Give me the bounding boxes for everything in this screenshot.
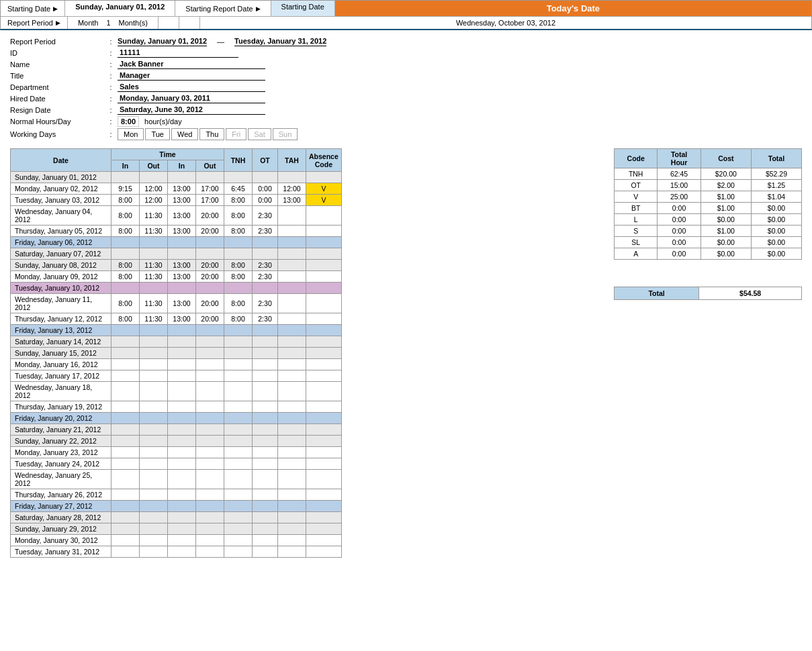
starting-report-date-cell: Starting Report Date ▶	[175, 1, 271, 16]
table-row: V	[306, 183, 342, 195]
table-row	[111, 348, 140, 359]
table-row	[306, 523, 342, 535]
table-row	[224, 546, 253, 558]
table-row	[306, 206, 342, 226]
table-row	[196, 546, 224, 558]
table-row	[196, 401, 224, 413]
table-row	[306, 248, 342, 260]
table-row: 11:30	[140, 313, 168, 325]
report-period-label-cell: Report Period ▶	[1, 17, 68, 29]
table-row: Friday, January 13, 2012	[11, 325, 111, 336]
summary-cost: $1.00	[701, 226, 751, 237]
table-row	[278, 370, 306, 382]
report-period-row: Report Period : Sunday, January 01, 2012…	[10, 37, 802, 46]
th-out1: Out	[140, 160, 168, 172]
table-row	[111, 470, 140, 489]
th-cost: Cost	[701, 149, 751, 168]
table-row: 17:00	[196, 195, 224, 206]
table-row	[306, 413, 342, 424]
table-row	[224, 348, 253, 359]
table-row	[278, 237, 306, 248]
table-row: Saturday, January 28, 2012	[11, 512, 111, 523]
table-row	[168, 336, 196, 348]
table-row	[196, 348, 224, 359]
table-row	[111, 458, 140, 470]
table-row	[306, 512, 342, 523]
summary-hour: 0:00	[658, 203, 701, 214]
table-row	[140, 283, 168, 294]
table-row	[196, 359, 224, 370]
table-row: Wednesday, January 04, 2012	[11, 206, 111, 226]
table-row	[306, 260, 342, 271]
table-row	[140, 470, 168, 489]
table-row	[224, 447, 253, 458]
table-row: 8:00	[224, 226, 253, 237]
table-row: 8:00	[111, 206, 140, 226]
table-row: Sunday, January 29, 2012	[11, 523, 111, 535]
table-row	[278, 401, 306, 413]
table-row: Wednesday, January 11, 2012	[11, 294, 111, 313]
table-row	[253, 489, 278, 501]
table-row: Monday, January 23, 2012	[11, 447, 111, 458]
todays-date-value: Wednesday, October 03, 2012	[200, 17, 811, 29]
table-row: 13:00	[168, 195, 196, 206]
table-row	[253, 501, 278, 512]
day-box-wed: Wed	[171, 128, 198, 140]
report-period-label: Report Period	[7, 19, 53, 27]
summary-code: OT	[615, 180, 658, 191]
starting-date-value: Sunday, January 01, 2012	[65, 1, 175, 16]
table-row	[253, 172, 278, 183]
table-row	[278, 501, 306, 512]
table-row	[224, 359, 253, 370]
report-period-unit: Month(s)	[119, 19, 148, 27]
table-row: Thursday, January 05, 2012	[11, 226, 111, 237]
summary-total: $0.00	[751, 226, 801, 237]
table-row	[224, 501, 253, 512]
table-row: 13:00	[278, 195, 306, 206]
working-days-boxes: MonTueWedThuFriSatSun	[118, 128, 298, 140]
table-row	[140, 237, 168, 248]
title-value: Manager	[118, 70, 265, 81]
table-row: Tuesday, January 03, 2012	[11, 195, 111, 206]
table-row	[306, 401, 342, 413]
day-box-mon: Mon	[118, 128, 144, 140]
hired-date-label: Hired Date	[10, 95, 104, 103]
table-row: 0:00	[253, 183, 278, 195]
table-row	[253, 336, 278, 348]
table-row	[253, 424, 278, 436]
table-row	[168, 436, 196, 447]
summary-cost: $1.00	[701, 191, 751, 203]
table-row	[168, 523, 196, 535]
table-row	[111, 546, 140, 558]
table-row	[140, 336, 168, 348]
summary-hour: 25:00	[658, 191, 701, 203]
table-row: 13:00	[168, 183, 196, 195]
table-row: 2:30	[253, 271, 278, 283]
summary-hour: 62:45	[658, 168, 701, 180]
table-row	[278, 424, 306, 436]
table-row	[278, 206, 306, 226]
summary-total: $1.04	[751, 191, 801, 203]
name-row: Name : Jack Banner	[10, 59, 802, 69]
table-row	[253, 382, 278, 401]
table-row	[140, 382, 168, 401]
table-row	[196, 283, 224, 294]
summary-cost: $0.00	[701, 214, 751, 226]
th-absence-code: AbsenceCode	[306, 149, 342, 172]
table-row	[196, 447, 224, 458]
table-row: V	[306, 195, 342, 206]
table-row: Monday, January 02, 2012	[11, 183, 111, 195]
table-row	[253, 237, 278, 248]
normal-hours-unit: hour(s)/day	[144, 117, 182, 126]
table-row: 13:00	[168, 294, 196, 313]
table-row: 20:00	[196, 271, 224, 283]
table-row	[168, 359, 196, 370]
table-row	[111, 283, 140, 294]
table-row: 8:00	[111, 260, 140, 271]
th-code: Code	[615, 149, 658, 168]
table-row	[111, 413, 140, 424]
table-row: Wednesday, January 25, 2012	[11, 470, 111, 489]
summary-code: V	[615, 191, 658, 203]
table-row: Monday, January 16, 2012	[11, 359, 111, 370]
table-row	[111, 237, 140, 248]
